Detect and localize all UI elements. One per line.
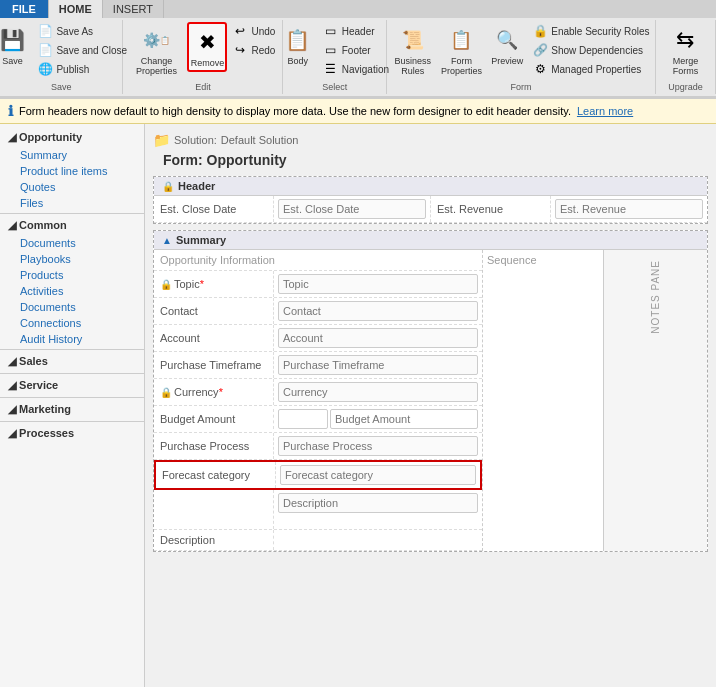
body-button[interactable]: 📋 Body [278,22,318,68]
change-properties-label: Change Properties [131,56,181,76]
dependencies-label: Show Dependencies [551,45,643,56]
est-close-date-cell: Est. Close Date [154,196,431,222]
navigation-button[interactable]: ☰ Navigation [320,60,392,78]
nav-item-documents-1[interactable]: Documents [0,235,144,251]
redo-button[interactable]: ↪ Redo [229,41,278,59]
managed-properties-button[interactable]: ⚙ Managed Properties [529,60,652,78]
currency-input-wrap [274,379,482,405]
header-section-label: 🔒 Header [154,177,707,196]
remove-button[interactable]: ✖ Remove [187,22,227,72]
tab-insert[interactable]: INSERT [103,0,164,18]
undo-icon: ↩ [232,23,248,39]
preview-icon: 🔍 [491,24,523,56]
body-icon: 📋 [282,24,314,56]
change-properties-button[interactable]: ⚙️📋 Change Properties [127,22,185,78]
currency-input[interactable] [278,382,478,402]
nav-item-connections[interactable]: Connections [0,315,144,331]
purchase-process-row: Purchase Process [154,433,482,460]
nav-section-common: ◢ Common Documents Playbooks Products Ac… [0,216,144,347]
preview-button[interactable]: 🔍 Preview [487,22,527,68]
merge-label: Merge Forms [664,56,707,76]
redo-label: Redo [251,45,275,56]
forecast-category-row: Forecast category [154,460,482,490]
nav-section-header-common[interactable]: ◢ Common [0,216,144,235]
folder-icon: 📁 [153,132,170,148]
form-properties-button[interactable]: 📋 Form Properties [438,22,486,78]
est-revenue-input[interactable] [555,199,703,219]
budget-main-input[interactable] [330,409,478,429]
est-revenue-label: Est. Revenue [431,196,551,222]
nav-divider-4 [0,397,144,398]
save-label: Save [2,56,23,66]
purchase-timeframe-row: Purchase Timeframe [154,352,482,379]
security-icon: 🔒 [532,23,548,39]
undo-redo-col: ↩ Undo ↪ Redo [229,22,278,59]
show-dependencies-button[interactable]: 🔗 Show Dependencies [529,41,652,59]
save-close-icon: 📄 [37,42,53,58]
main-layout: ◢ Opportunity Summary Product line items… [0,124,716,687]
purchase-timeframe-input[interactable] [278,355,478,375]
save-as-button[interactable]: 📄 Save As [34,22,130,40]
nav-item-audit[interactable]: Audit History [0,331,144,347]
ribbon-group-select: 📋 Body ▭ Header ▭ Footer ☰ Navigation [283,20,387,94]
learn-more-link[interactable]: Learn more [577,105,633,117]
solution-name: Default Solution [221,134,299,146]
enable-security-button[interactable]: 🔒 Enable Security Roles [529,22,652,40]
tab-file[interactable]: FILE [0,0,49,18]
purchase-timeframe-label: Purchase Timeframe [154,352,274,378]
header-footer-nav-col: ▭ Header ▭ Footer ☰ Navigation [320,22,392,78]
nav-item-quotes[interactable]: Quotes [0,179,144,195]
managed-icon: ⚙ [532,61,548,77]
description-placeholder-input[interactable] [278,493,478,513]
nav-item-playbooks[interactable]: Playbooks [0,251,144,267]
nav-item-products[interactable]: Products [0,267,144,283]
undo-button[interactable]: ↩ Undo [229,22,278,40]
publish-button[interactable]: 🌐 Publish [34,60,130,78]
save-button[interactable]: 💾 Save [0,22,32,68]
ribbon-group-form: 📜 Business Rules 📋 Form Properties 🔍 Pre… [387,20,655,94]
nav-section-header-processes[interactable]: ◢ Processes [0,424,144,443]
nav-section-header-sales[interactable]: ◢ Sales [0,352,144,371]
topic-input[interactable] [278,274,478,294]
save-as-icon: 📄 [37,23,53,39]
tab-home[interactable]: HOME [49,0,103,18]
description-input-wrap [274,530,482,550]
purchase-process-input-wrap [274,433,482,459]
header-button[interactable]: ▭ Header [320,22,392,40]
nav-item-documents-2[interactable]: Documents [0,299,144,315]
sequence-label: Sequence [487,254,599,266]
nav-section-header-marketing[interactable]: ◢ Marketing [0,400,144,419]
upgrade-group-label: Upgrade [656,82,715,92]
account-input[interactable] [278,328,478,348]
save-close-button[interactable]: 📄 Save and Close [34,41,130,59]
forecast-input-wrap [276,462,480,488]
account-label: Account [154,325,274,351]
nav-item-files[interactable]: Files [0,195,144,211]
nav-item-activities[interactable]: Activities [0,283,144,299]
nav-section-header-opportunity[interactable]: ◢ Opportunity [0,128,144,147]
budget-small-input[interactable] [278,409,328,429]
nav-section-header-service[interactable]: ◢ Service [0,376,144,395]
info-bar: ℹ Form headers now default to high densi… [0,99,716,124]
forecast-input[interactable] [280,465,476,485]
description-placeholder-label [154,490,274,529]
footer-icon: ▭ [323,42,339,58]
purchase-process-input[interactable] [278,436,478,456]
edit-group-label: Edit [123,82,282,92]
footer-button[interactable]: ▭ Footer [320,41,392,59]
save-as-label: Save As [56,26,93,37]
security-label: Enable Security Roles [551,26,649,37]
est-close-date-input[interactable] [278,199,426,219]
contact-input[interactable] [278,301,478,321]
content-area: 📁 Solution: Default Solution Form: Oppor… [145,124,716,687]
nav-item-product-line[interactable]: Product line items [0,163,144,179]
topic-row: 🔒 Topic * [154,271,482,298]
budget-label: Budget Amount [154,409,274,429]
business-rules-button[interactable]: 📜 Business Rules [390,22,436,78]
merge-forms-button[interactable]: ⇆ Merge Forms [660,22,711,78]
currency-label: 🔒 Currency * [154,379,274,405]
header-section: 🔒 Header Est. Close Date Est. Revenue [153,176,708,224]
save-sub-buttons: 📄 Save As 📄 Save and Close 🌐 Publish [34,22,130,78]
nav-item-summary[interactable]: Summary [0,147,144,163]
budget-amount-row: Budget Amount [154,406,482,433]
